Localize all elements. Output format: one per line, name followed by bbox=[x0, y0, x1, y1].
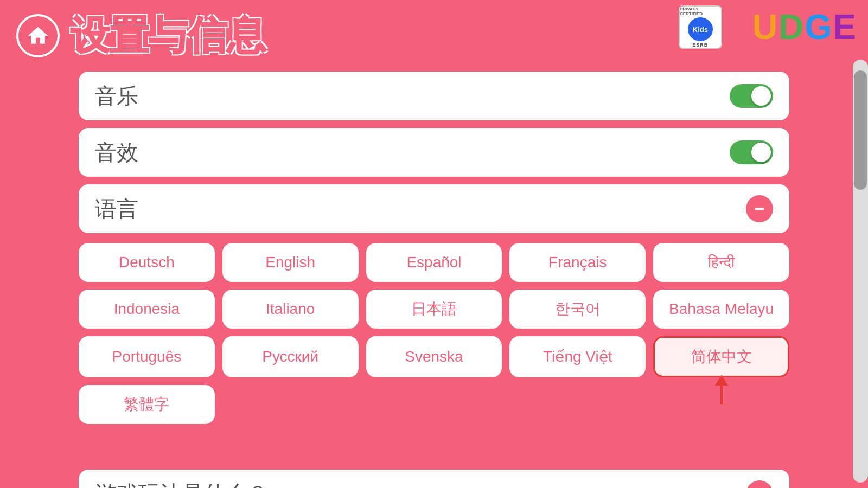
lang-bahasa[interactable]: Bahasa Melayu bbox=[653, 290, 789, 329]
lang-svenska[interactable]: Svenska bbox=[366, 336, 502, 377]
budge-d: D bbox=[778, 8, 805, 47]
music-label: 音乐 bbox=[95, 81, 138, 111]
lang-russian[interactable]: Русский bbox=[222, 336, 359, 377]
esrb-bottom-text: ESRB bbox=[692, 42, 708, 48]
lang-simplified-chinese[interactable]: 简体中文 bbox=[653, 336, 789, 377]
lang-traditional-chinese[interactable]: 繁體字 bbox=[79, 385, 215, 424]
budge-u: U bbox=[752, 8, 778, 47]
sound-toggle[interactable] bbox=[730, 140, 773, 164]
lang-italiano[interactable]: Italiano bbox=[222, 290, 359, 329]
lang-portugues[interactable]: Português bbox=[79, 336, 215, 377]
sound-setting-row: 音效 bbox=[79, 128, 789, 177]
lang-korean[interactable]: 한국어 bbox=[509, 290, 646, 329]
language-label: 语言 bbox=[95, 194, 138, 224]
budge-b: B bbox=[726, 8, 752, 47]
lang-indonesia[interactable]: Indonesia bbox=[79, 290, 215, 329]
esrb-badge: PRIVACY CERTIFIED Kids ESRB bbox=[679, 5, 722, 49]
lang-francais[interactable]: Français bbox=[509, 243, 646, 282]
header: 设置与信息 PRIVACY CERTIFIED Kids ESRB BUDGE bbox=[0, 0, 868, 72]
lang-japanese[interactable]: 日本語 bbox=[366, 290, 502, 329]
gameplay-expand-button[interactable]: + bbox=[746, 480, 773, 488]
lang-deutsch[interactable]: Deutsch bbox=[79, 243, 215, 282]
language-collapse-button[interactable]: − bbox=[746, 195, 773, 222]
esrb-top-text: PRIVACY CERTIFIED bbox=[680, 7, 721, 16]
budge-g: G bbox=[805, 8, 833, 47]
settings-content: 音乐 音效 语言 − Deutsch English Español Franç… bbox=[0, 72, 868, 488]
music-setting-row: 音乐 bbox=[79, 72, 789, 120]
lang-vietnamese[interactable]: Tiếng Việt bbox=[509, 336, 646, 377]
selection-arrow bbox=[705, 375, 738, 407]
scrollbar[interactable] bbox=[853, 60, 868, 483]
sound-label: 音效 bbox=[95, 138, 138, 168]
esrb-kids-label: Kids bbox=[688, 17, 713, 41]
home-button[interactable] bbox=[16, 14, 60, 57]
language-setting-row: 语言 − bbox=[79, 184, 789, 233]
home-icon bbox=[26, 24, 50, 48]
scrollbar-thumb[interactable] bbox=[854, 70, 867, 190]
lang-english[interactable]: English bbox=[222, 243, 359, 282]
lang-simplified-chinese-container: 简体中文 bbox=[653, 336, 789, 377]
budge-e: E bbox=[833, 8, 857, 47]
logo-area: PRIVACY CERTIFIED Kids ESRB BUDGE bbox=[679, 5, 857, 49]
lang-espanol[interactable]: Español bbox=[366, 243, 502, 282]
gameplay-label: 游戏玩法是什么？ bbox=[95, 479, 269, 488]
music-toggle[interactable] bbox=[730, 84, 773, 108]
budge-logo: BUDGE bbox=[726, 7, 857, 47]
lang-hindi[interactable]: हिन्दी bbox=[653, 243, 789, 282]
language-grid: Deutsch English Español Français हिन्दी … bbox=[79, 243, 789, 424]
page-title: 设置与信息 bbox=[71, 10, 266, 62]
gameplay-row: 游戏玩法是什么？ + bbox=[79, 470, 789, 488]
